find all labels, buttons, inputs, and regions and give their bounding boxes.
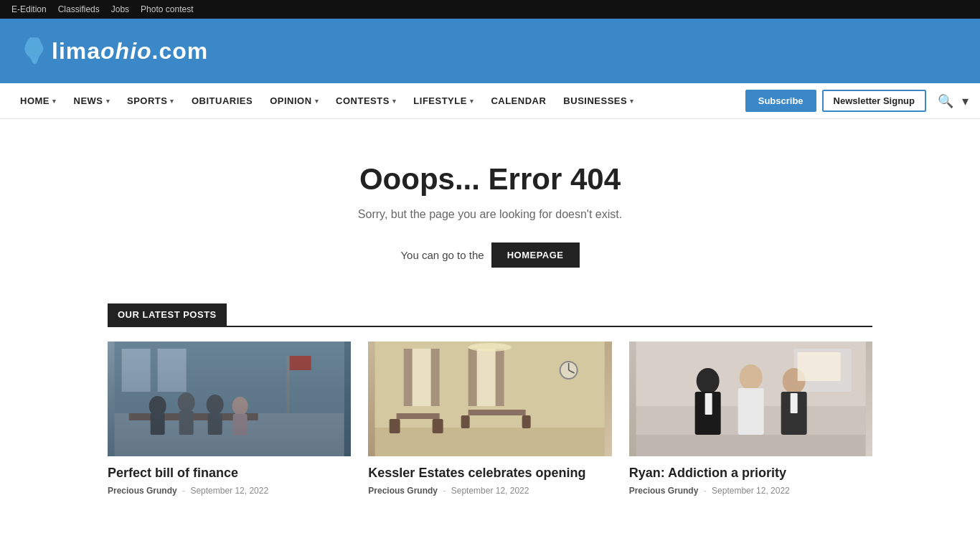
search-icon[interactable]: 🔍 — [938, 93, 953, 109]
svg-rect-3 — [158, 349, 187, 392]
post-date-1: September 12, 2022 — [190, 486, 268, 496]
post-meta-1: Precious Grundy - September 12, 2022 — [108, 486, 351, 496]
nav-item-contests[interactable]: CONTESTS ▾ — [327, 85, 405, 116]
nav-item-home[interactable]: HOME ▾ — [11, 85, 65, 116]
nav-item-businesses[interactable]: BUSINESSES ▾ — [555, 85, 642, 116]
contests-chevron-icon: ▾ — [392, 98, 397, 105]
svg-rect-8 — [179, 411, 194, 435]
topbar-link-jobs[interactable]: Jobs — [111, 4, 129, 14]
svg-rect-2 — [122, 349, 151, 392]
svg-rect-13 — [287, 356, 290, 413]
post-card-2: Kessler Estates celebrates opening Preci… — [368, 342, 611, 496]
nav-more-icon[interactable]: ▾ — [962, 93, 969, 109]
svg-rect-19 — [431, 349, 440, 406]
post-image-svg-2 — [368, 342, 611, 456]
subscribe-button[interactable]: Subscribe — [745, 90, 816, 112]
post-date-2: September 12, 2022 — [451, 486, 529, 496]
svg-rect-12 — [233, 414, 248, 435]
svg-rect-18 — [404, 349, 413, 406]
svg-point-37 — [696, 368, 719, 394]
svg-rect-6 — [151, 413, 165, 435]
go-home-row: You can go to the HOMEPAGE — [14, 242, 966, 268]
section-header-label: OUR LATEST POSTS — [108, 303, 227, 326]
svg-rect-28 — [461, 415, 470, 428]
svg-point-40 — [739, 364, 762, 390]
nav-right: Subscribe Newsletter Signup 🔍 ▾ — [745, 90, 969, 112]
site-header: limaohio.com — [0, 19, 980, 83]
nav-item-news[interactable]: NEWS ▾ — [65, 85, 119, 116]
nav-item-obituaries[interactable]: OBITUARIES — [183, 85, 261, 116]
businesses-chevron-icon: ▾ — [630, 98, 634, 105]
nav-left: HOME ▾ NEWS ▾ SPORTS ▾ OBITUARIES OPINIO… — [11, 85, 745, 116]
go-home-text: You can go to the — [400, 249, 484, 261]
svg-rect-29 — [522, 415, 531, 428]
svg-rect-24 — [397, 413, 440, 419]
post-author-3: Precious Grundy — [629, 486, 699, 496]
nav-item-calendar[interactable]: CALENDAR — [482, 85, 555, 116]
error-subtitle: Sorry, but the page you are looking for … — [14, 208, 966, 221]
ohio-shape-icon — [19, 35, 50, 67]
svg-rect-44 — [790, 393, 797, 413]
post-image-1[interactable] — [108, 342, 351, 456]
post-author-1: Precious Grundy — [108, 486, 177, 496]
post-date-3: September 12, 2022 — [712, 486, 790, 496]
topbar-link-photocontest[interactable]: Photo contest — [141, 4, 193, 14]
svg-rect-10 — [208, 413, 222, 435]
nav-item-lifestyle[interactable]: LIFESTYLE ▾ — [405, 85, 482, 116]
svg-rect-39 — [705, 393, 712, 415]
svg-rect-14 — [290, 356, 311, 370]
post-meta-3: Precious Grundy - September 12, 2022 — [629, 486, 872, 496]
error-section: Ooops... Error 404 Sorry, but the page y… — [0, 119, 980, 303]
post-title-3[interactable]: Ryan: Addiction a priority — [629, 465, 872, 481]
news-chevron-icon: ▾ — [106, 98, 110, 105]
svg-rect-41 — [738, 388, 763, 435]
svg-rect-1 — [115, 342, 344, 413]
logo-text: limaohio.com — [52, 38, 208, 65]
posts-grid: Perfect bill of finance Precious Grundy … — [108, 342, 872, 496]
post-image-2[interactable] — [368, 342, 611, 456]
svg-rect-22 — [496, 349, 504, 406]
post-meta-2: Precious Grundy - September 12, 2022 — [368, 486, 611, 496]
svg-point-5 — [149, 396, 166, 416]
post-title-1[interactable]: Perfect bill of finance — [108, 465, 351, 481]
home-chevron-icon: ▾ — [52, 98, 57, 105]
topbar-link-eedition[interactable]: E-Edition — [11, 4, 47, 14]
main-nav: HOME ▾ NEWS ▾ SPORTS ▾ OBITUARIES OPINIO… — [0, 83, 980, 119]
post-title-2[interactable]: Kessler Estates celebrates opening — [368, 465, 611, 481]
error-title: Ooops... Error 404 — [14, 162, 966, 197]
post-card-3: Ryan: Addiction a priority Precious Grun… — [629, 342, 872, 496]
svg-point-7 — [178, 392, 195, 413]
svg-point-9 — [207, 395, 224, 415]
main-content: Ooops... Error 404 Sorry, but the page y… — [0, 119, 980, 524]
svg-rect-26 — [390, 419, 400, 433]
nav-item-sports[interactable]: SPORTS ▾ — [118, 85, 183, 116]
top-bar: E-Edition Classifieds Jobs Photo contest — [0, 0, 980, 19]
svg-rect-27 — [433, 419, 443, 433]
svg-rect-0 — [115, 342, 344, 456]
topbar-link-classifieds[interactable]: Classifieds — [58, 4, 100, 14]
post-author-2: Precious Grundy — [368, 486, 438, 496]
homepage-button[interactable]: HOMEPAGE — [491, 242, 580, 268]
sports-chevron-icon: ▾ — [170, 98, 174, 105]
svg-point-11 — [232, 397, 248, 415]
post-image-svg-3 — [629, 342, 872, 456]
newsletter-button[interactable]: Newsletter Signup — [822, 90, 926, 112]
post-card-1: Perfect bill of finance Precious Grundy … — [108, 342, 351, 496]
svg-point-23 — [468, 343, 512, 352]
svg-rect-45 — [797, 352, 840, 381]
nav-item-opinion[interactable]: OPINION ▾ — [261, 85, 327, 116]
site-logo[interactable]: limaohio.com — [17, 35, 208, 67]
lifestyle-chevron-icon: ▾ — [470, 98, 474, 105]
post-image-3[interactable] — [629, 342, 872, 456]
section-header: OUR LATEST POSTS — [108, 303, 872, 327]
svg-rect-21 — [468, 349, 477, 406]
svg-rect-4 — [129, 413, 258, 420]
svg-rect-25 — [468, 410, 526, 415]
latest-posts-section: OUR LATEST POSTS — [0, 303, 980, 524]
opinion-chevron-icon: ▾ — [315, 98, 319, 105]
post-image-svg-1 — [108, 342, 351, 456]
